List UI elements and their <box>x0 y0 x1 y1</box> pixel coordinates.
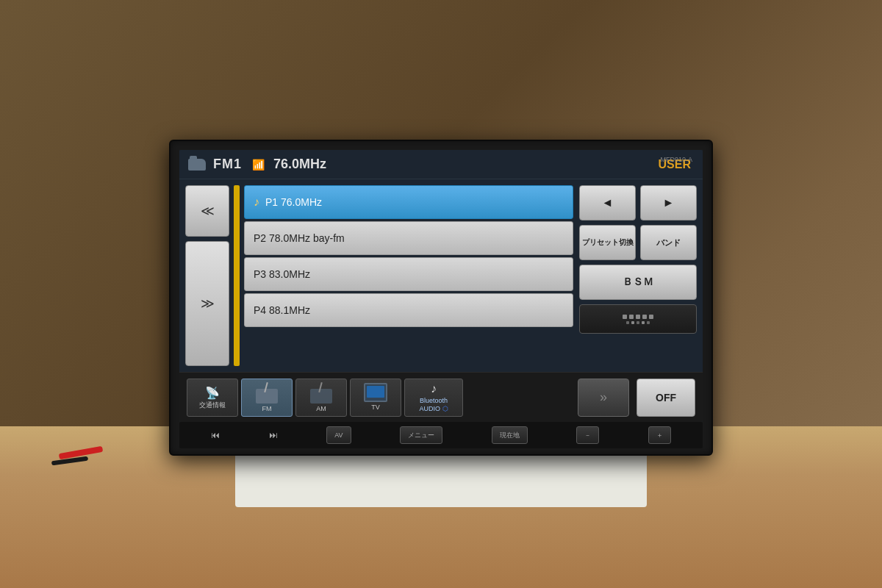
preset-item-p2[interactable]: P2 78.0MHz bay-fm <box>244 221 573 255</box>
nav-item-tv[interactable]: TV <box>350 379 401 417</box>
hw-controls: ⏮ ⏭ AV メニュー 現在地 － ＋ <box>179 422 703 448</box>
current-location-button[interactable]: 現在地 <box>492 426 528 444</box>
frequency-display: 76.0MHz <box>273 157 326 172</box>
bluetooth-music-icon: ♪ <box>431 382 437 395</box>
preset-p1-label: P1 76.0MHz <box>265 196 322 208</box>
volume-up-button[interactable]: ＋ <box>648 426 671 444</box>
bsm-row: ＢＳＭ <box>579 265 697 300</box>
yellow-bar <box>234 185 240 366</box>
preset-item-p1[interactable]: ♪ P1 76.0MHz <box>244 185 573 219</box>
stereo-unit: FM1 📶 76.0MHz USER MFD910-A ≪ ≫ <box>169 140 713 456</box>
nav-item-fm[interactable]: FM <box>241 379 293 417</box>
traffic-icon: 📡 <box>205 386 220 400</box>
preset-item-p4[interactable]: P4 88.1MHz <box>244 293 573 327</box>
model-number: MFD910-A <box>660 156 692 163</box>
scroll-down-button[interactable]: ≫ <box>185 241 229 366</box>
nav-item-traffic[interactable]: 📡 交通情報 <box>187 379 238 417</box>
preset-switch-button[interactable]: プリセット切換 <box>579 225 636 260</box>
menu-button[interactable]: メニュー <box>400 426 442 444</box>
bottom-nav: 📡 交通情報 FM AM <box>179 372 703 422</box>
seek-prev-button[interactable]: ◄ <box>579 185 636 220</box>
chevron-down-icon: ≫ <box>201 295 215 312</box>
next-track-button[interactable]: ⏭ <box>269 430 278 440</box>
forward-button[interactable]: » <box>578 379 629 417</box>
right-controls: ◄ ► プリセット切換 バンド ＢＳＭ <box>579 185 697 366</box>
scene: FM1 📶 76.0MHz USER MFD910-A ≪ ≫ <box>0 0 882 588</box>
screen: FM1 📶 76.0MHz USER MFD910-A ≪ ≫ <box>179 150 703 422</box>
source-label: FM1 <box>213 157 242 172</box>
fm-visual <box>252 382 282 404</box>
band-button[interactable]: バンド <box>640 225 697 260</box>
am-label: AM <box>316 405 326 413</box>
fm-label: FM <box>262 405 272 413</box>
nav-item-am[interactable]: AM <box>295 379 347 417</box>
preset-p4-label: P4 88.1MHz <box>254 304 310 316</box>
preset-item-p3[interactable]: P3 83.0MHz <box>244 257 573 291</box>
bluetooth-label: Bluetooth AUDIO ⬡ <box>419 397 448 413</box>
preset-list: ♪ P1 76.0MHz P2 78.0MHz bay-fm P3 83.0MH… <box>244 185 573 366</box>
preset-p3-label: P3 83.0MHz <box>254 268 310 280</box>
top-bar: FM1 📶 76.0MHz USER MFD910-A <box>179 150 703 179</box>
seek-row: ◄ ► <box>579 185 697 220</box>
volume-down-button[interactable]: － <box>576 426 599 444</box>
bsm-button[interactable]: ＢＳＭ <box>579 265 697 300</box>
seek-next-button[interactable]: ► <box>640 185 697 220</box>
av-button[interactable]: AV <box>326 426 351 444</box>
prev-track-button[interactable]: ⏮ <box>211 430 220 440</box>
chevron-up-icon: ≪ <box>201 203 215 219</box>
main-content: ≪ ≫ ♪ P1 76.0MHz P2 78.0MHz bay-fm <box>179 179 703 372</box>
left-controls: ≪ ≫ <box>185 185 229 366</box>
scroll-up-button[interactable]: ≪ <box>185 185 229 237</box>
antenna-icon: 📶 <box>252 159 265 171</box>
music-icon-p1: ♪ <box>254 196 259 209</box>
tv-label: TV <box>371 404 380 412</box>
preset-p2-label: P2 78.0MHz bay-fm <box>254 232 345 244</box>
dots-button[interactable] <box>579 304 697 334</box>
preset-band-row: プリセット切換 バンド <box>579 225 697 260</box>
am-visual <box>306 382 336 404</box>
traffic-label: 交通情報 <box>199 401 226 409</box>
off-button[interactable]: OFF <box>637 379 695 417</box>
nav-item-bluetooth[interactable]: ♪ Bluetooth AUDIO ⬡ <box>404 379 463 417</box>
foam-stand <box>235 448 647 507</box>
tv-visual <box>364 383 387 402</box>
